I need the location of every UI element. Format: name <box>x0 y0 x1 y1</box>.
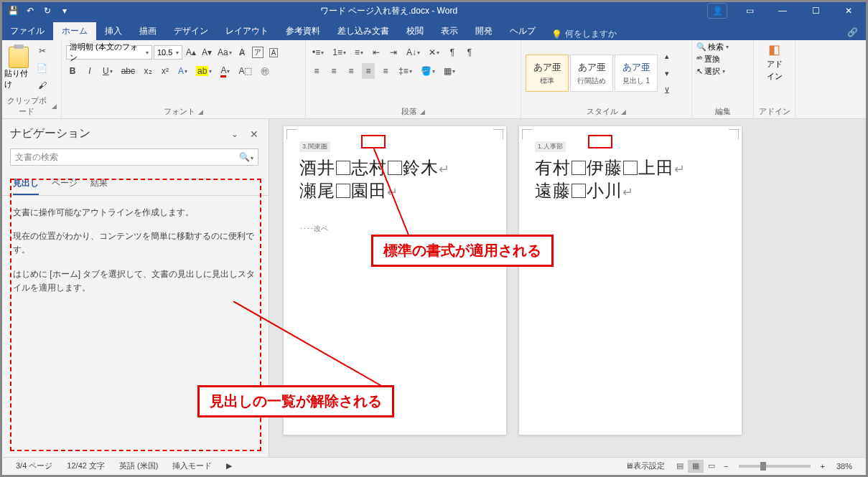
nav-search-input[interactable]: 文書の検索 🔍▾ <box>10 148 258 166</box>
nav-title: ナビゲーション <box>10 126 231 141</box>
document-area[interactable]: 3.関東圏 酒井志村鈴木↵ 瀬尾園田↵ ‥‥改ペ 1.人事部 有村伊藤上田↵ <box>269 119 868 474</box>
styles-down-icon[interactable]: ▾ <box>661 65 673 81</box>
increase-indent-icon[interactable]: ⇥ <box>387 44 400 60</box>
change-case-icon[interactable]: Aa▾ <box>215 44 234 60</box>
page1-heading-tag: 3.関東圏 <box>299 141 330 152</box>
tab-home[interactable]: ホーム <box>53 22 96 40</box>
zoom-slider[interactable] <box>739 465 811 468</box>
distribute-icon[interactable]: ≡ <box>379 63 392 79</box>
phonetic-guide-icon[interactable]: ア <box>250 44 266 60</box>
char-shading-icon[interactable]: A⬚ <box>236 63 254 79</box>
paragraph-dialog-launcher[interactable]: ◢ <box>420 108 425 115</box>
align-right-icon[interactable]: ≡ <box>345 63 358 79</box>
font-name-select[interactable]: 游明朝 (本文のフォン▾ <box>66 45 152 60</box>
ribbon-options-icon[interactable]: ▭ <box>733 0 766 22</box>
justify-icon[interactable]: ≡ <box>362 63 375 79</box>
tab-help[interactable]: ヘルプ <box>501 22 544 40</box>
strikethrough-button[interactable]: abc <box>119 63 137 79</box>
page-2[interactable]: 1.人事部 有村伊藤上田↵ 遠藤小川↵ <box>519 126 742 435</box>
clipboard-dialog-launcher[interactable]: ◢ <box>52 103 57 110</box>
text-effects-icon[interactable]: A▾ <box>176 63 190 79</box>
zoom-level[interactable]: 38% <box>829 462 859 471</box>
find-button[interactable]: 🔍検索▾ <box>696 42 729 52</box>
zoom-in-icon[interactable]: + <box>816 462 829 471</box>
superscript-button[interactable]: x² <box>159 63 172 79</box>
status-page[interactable]: 3/4 ページ <box>9 461 60 471</box>
view-web-icon[interactable]: ▭ <box>704 460 719 473</box>
clear-formatting-icon[interactable]: A̷ <box>235 44 248 60</box>
align-center-icon[interactable]: ≡ <box>327 63 340 79</box>
page1-line2: 瀬尾園田↵ <box>299 179 490 202</box>
nav-close-icon[interactable]: ✕ <box>250 128 258 140</box>
shading-icon[interactable]: 🪣▾ <box>419 63 437 79</box>
zoom-out-icon[interactable]: − <box>719 462 732 471</box>
enclose-icon[interactable]: ㊕ <box>258 63 271 79</box>
tab-mailings[interactable]: 差し込み文書 <box>329 22 398 40</box>
enclose-char-icon[interactable]: A <box>267 44 281 60</box>
multilevel-icon[interactable]: ≡▾ <box>353 44 365 60</box>
line-spacing-icon[interactable]: ‡≡▾ <box>396 63 414 79</box>
decrease-indent-icon[interactable]: ⇤ <box>370 44 383 60</box>
cut-icon[interactable]: ✂ <box>34 43 50 59</box>
status-lang[interactable]: 英語 (米国) <box>112 461 165 471</box>
tab-view[interactable]: 表示 <box>432 22 467 40</box>
style-heading1[interactable]: あア亜 見出し 1 <box>615 55 658 92</box>
minimize-icon[interactable]: — <box>766 0 799 22</box>
replace-button[interactable]: ᵃᵇ置換 <box>696 54 720 65</box>
addins-icon[interactable]: ◧ <box>768 42 780 57</box>
maximize-icon[interactable]: ☐ <box>799 0 832 22</box>
asian-layout-icon[interactable]: ✕▾ <box>426 44 442 60</box>
group-editing: 🔍検索▾ ᵃᵇ置換 ↖選択▾ 編集 <box>692 40 754 118</box>
bullets-icon[interactable]: •≡▾ <box>310 44 326 60</box>
replace-label: 置換 <box>704 54 720 65</box>
nav-collapse-icon[interactable]: ⌄ <box>231 129 238 139</box>
style-nospacing[interactable]: あア亜 行間詰め <box>570 55 613 92</box>
show-marks2-icon[interactable]: ¶ <box>463 44 476 60</box>
select-button[interactable]: ↖選択▾ <box>696 66 725 77</box>
view-print-icon[interactable]: ▦ <box>688 460 704 473</box>
font-color-icon[interactable]: A▾ <box>218 63 232 79</box>
qat-more-icon[interactable]: ▾ <box>59 5 70 16</box>
status-words[interactable]: 12/42 文字 <box>60 461 112 471</box>
tab-file[interactable]: ファイル <box>1 22 53 40</box>
font-dialog-launcher[interactable]: ◢ <box>198 108 203 115</box>
style-normal[interactable]: あア亜 標準 <box>526 55 569 92</box>
redo-icon[interactable]: ↻ <box>42 5 53 16</box>
tab-layout[interactable]: レイアウト <box>217 22 277 40</box>
grow-font-icon[interactable]: A▴ <box>184 44 198 60</box>
borders-icon[interactable]: ▦▾ <box>442 63 457 79</box>
tab-review[interactable]: 校閲 <box>398 22 432 40</box>
paste-button[interactable]: 貼り付け <box>4 47 33 90</box>
share-button[interactable]: 🔗 <box>837 24 868 40</box>
tab-insert[interactable]: 挿入 <box>96 22 131 40</box>
sort-icon[interactable]: A↓▾ <box>404 44 422 60</box>
copy-icon[interactable]: 📄 <box>34 60 50 76</box>
close-icon[interactable]: ✕ <box>832 0 865 22</box>
format-painter-icon[interactable]: 🖌 <box>34 77 50 93</box>
align-left-icon[interactable]: ≡ <box>310 63 323 79</box>
tab-draw[interactable]: 描画 <box>131 22 165 40</box>
status-insert[interactable]: 挿入モード <box>165 461 219 471</box>
status-display[interactable]: 🖥表示設定 <box>618 461 672 471</box>
tab-design[interactable]: デザイン <box>165 22 217 40</box>
undo-icon[interactable]: ↶ <box>24 5 36 16</box>
show-marks-icon[interactable]: ¶ <box>446 44 459 60</box>
font-size-select[interactable]: 10.5▾ <box>154 45 182 60</box>
numbering-icon[interactable]: 1≡▾ <box>330 44 348 60</box>
bold-button[interactable]: B <box>66 63 79 79</box>
tell-me[interactable]: 💡 何をしますか <box>551 28 617 40</box>
subscript-button[interactable]: x₂ <box>141 63 154 79</box>
account-icon[interactable]: 👤 <box>707 3 727 19</box>
italic-button[interactable]: I <box>83 63 96 79</box>
underline-button[interactable]: U▾ <box>101 63 115 79</box>
styles-dialog-launcher[interactable]: ◢ <box>621 108 626 115</box>
save-icon[interactable]: 💾 <box>7 5 19 16</box>
styles-more-icon[interactable]: ⊻ <box>661 82 673 98</box>
highlight-icon[interactable]: ab▾ <box>194 63 214 79</box>
styles-up-icon[interactable]: ▴ <box>661 48 673 64</box>
status-macro-icon[interactable]: ▶ <box>219 461 239 471</box>
view-read-icon[interactable]: ▤ <box>672 460 688 473</box>
tab-references[interactable]: 参考資料 <box>277 22 329 40</box>
tab-developer[interactable]: 開発 <box>467 22 501 40</box>
shrink-font-icon[interactable]: A▾ <box>200 44 214 60</box>
